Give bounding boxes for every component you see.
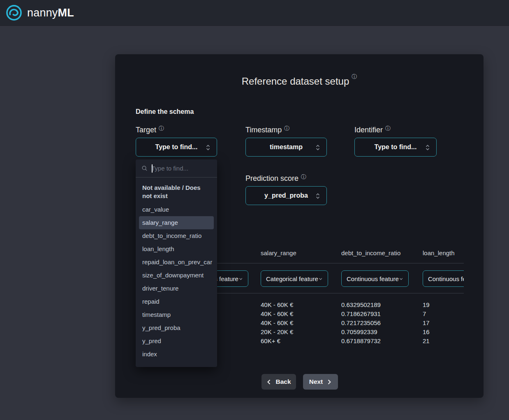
dropdown-option-timestamp[interactable]: timestamp <box>139 308 214 321</box>
chevron-updown-icon <box>315 193 321 199</box>
nannyml-logo-icon <box>5 4 23 21</box>
feature-type-select-salary-range[interactable]: Categorical feature <box>261 270 328 287</box>
identifier-field: Identifier ⓘ Type to find... <box>354 126 437 157</box>
chevron-right-icon <box>326 379 332 385</box>
table-cell: 40K - 60K € <box>261 300 293 309</box>
dropdown-option-index[interactable]: index <box>139 348 214 361</box>
table-cell: 19 <box>423 300 430 309</box>
prediction-score-field: Prediction score ⓘ y_pred_proba <box>245 174 327 205</box>
feature-type-select-debt-to-income-ratio[interactable]: Continuous feature <box>341 270 409 287</box>
setup-card: Reference dataset setup ⓘ Define the sch… <box>115 54 484 398</box>
dropdown-option-driver-tenure[interactable]: driver_tenure <box>139 282 214 295</box>
column-header-salary-range: salary_range <box>261 248 296 258</box>
search-input[interactable] <box>151 165 205 172</box>
dropdown-search[interactable] <box>136 159 217 178</box>
dropdown-option-repaid[interactable]: repaid <box>139 295 214 308</box>
table-cell: 60K+ € <box>261 337 280 346</box>
page-title: Reference dataset setup ⓘ <box>115 76 484 87</box>
table-cell: 17 <box>423 318 430 328</box>
prediction-score-select[interactable]: y_pred_proba <box>245 186 327 205</box>
timestamp-label: Timestamp ⓘ <box>245 126 327 134</box>
search-icon <box>141 165 148 171</box>
title-info-icon[interactable]: ⓘ <box>352 74 357 79</box>
table-cell: 20K - 20K € <box>261 328 293 337</box>
identifier-select-value: Type to find... <box>375 143 417 151</box>
prediction-score-info-icon[interactable]: ⓘ <box>301 174 306 180</box>
table-cell: 0.705992339 <box>341 328 377 337</box>
target-field: Target ⓘ Type to find... <box>136 126 217 157</box>
timestamp-select[interactable]: timestamp <box>245 138 327 157</box>
chevron-down-icon <box>238 276 243 282</box>
chevron-down-icon <box>318 276 323 282</box>
dropdown-option-salary-range[interactable]: salary_range <box>139 216 214 229</box>
back-button[interactable]: Back <box>261 374 296 390</box>
table-cell: 40K - 60K € <box>261 318 293 328</box>
dropdown-option-y-pred-proba[interactable]: y_pred_proba <box>139 321 214 335</box>
identifier-label: Identifier ⓘ <box>354 126 437 134</box>
chevron-down-icon <box>399 276 403 282</box>
table-cell: 0.7186267931 <box>341 309 381 318</box>
feature-type-select-loan-length[interactable]: Continuous feature <box>423 270 464 287</box>
table-cell: 0.7217235056 <box>341 318 381 328</box>
dropdown-option-repaid-loan-on-prev-car[interactable]: repaid_loan_on_prev_car <box>139 256 214 269</box>
timestamp-info-icon[interactable]: ⓘ <box>284 126 289 131</box>
dropdown-option-not-available[interactable]: Not available / Does not exist <box>139 181 211 203</box>
table-cell: 0.6329502189 <box>341 300 381 309</box>
schema-heading: Define the schema <box>136 108 194 115</box>
text-caret <box>152 164 153 173</box>
chevron-updown-icon <box>424 144 431 151</box>
identifier-info-icon[interactable]: ⓘ <box>385 126 391 131</box>
target-select-value: Type to find... <box>155 143 198 151</box>
prediction-score-select-value: y_pred_proba <box>264 192 308 199</box>
column-header-debt-to-income-ratio: debt_to_income_ratio <box>341 248 400 258</box>
next-button[interactable]: Next <box>303 374 338 390</box>
dropdown-option-y-pred[interactable]: y_pred <box>139 335 214 348</box>
dropdown-option-size-of-downpayment[interactable]: size_of_downpayment <box>139 269 214 282</box>
brand-name: nannyML <box>27 7 74 19</box>
timestamp-field: Timestamp ⓘ timestamp <box>245 126 327 157</box>
target-dropdown-panel: Not available / Does not exist car_value… <box>136 159 217 367</box>
chevron-updown-icon <box>315 144 321 151</box>
table-cell: 0.6718879732 <box>341 337 381 346</box>
page-title-text: Reference dataset setup <box>242 76 349 87</box>
chevron-left-icon <box>266 379 272 385</box>
chevron-updown-icon <box>205 144 211 151</box>
target-label: Target ⓘ <box>136 126 217 134</box>
brand-link[interactable]: nannyML <box>5 4 74 21</box>
navbar: nannyML <box>0 0 509 25</box>
dropdown-option-debt-to-income-ratio[interactable]: debt_to_income_ratio <box>139 229 214 242</box>
table-cell: 16 <box>423 328 430 337</box>
dropdown-option-list: Not available / Does not exist car_value… <box>136 178 217 366</box>
column-header-loan-length: loan_length <box>423 248 455 258</box>
table-cell: 21 <box>423 337 430 346</box>
table-cell: 40K - 60K € <box>261 309 293 318</box>
identifier-select[interactable]: Type to find... <box>354 138 437 157</box>
target-info-icon[interactable]: ⓘ <box>159 126 164 131</box>
timestamp-select-value: timestamp <box>270 143 303 151</box>
prediction-score-label: Prediction score ⓘ <box>245 174 327 183</box>
target-select[interactable]: Type to find... <box>136 138 217 157</box>
table-cell: 7 <box>423 309 426 318</box>
dropdown-option-loan-length[interactable]: loan_length <box>139 242 214 256</box>
dropdown-option-car-value[interactable]: car_value <box>139 203 214 216</box>
